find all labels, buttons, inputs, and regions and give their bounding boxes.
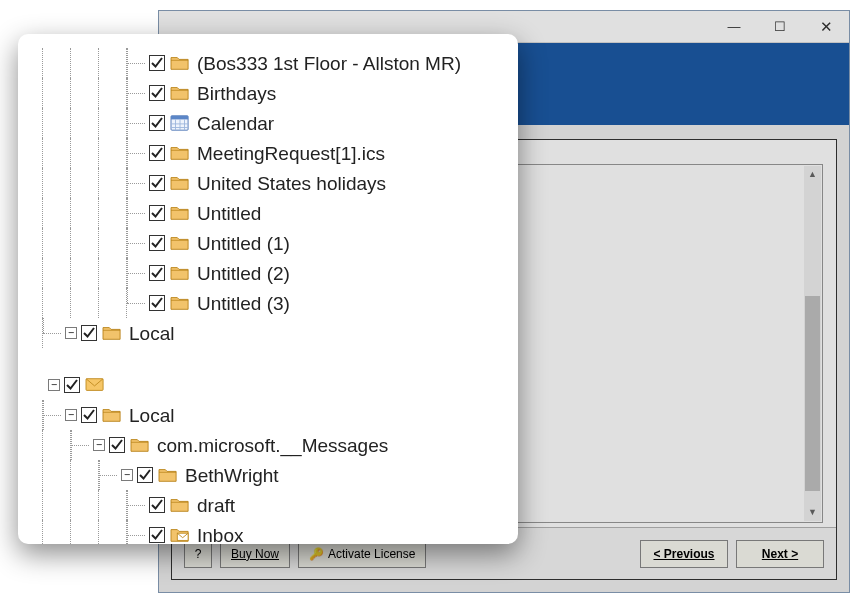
- folder-icon: [169, 496, 191, 514]
- folder-icon: [169, 84, 191, 102]
- inbox-icon: [169, 526, 191, 544]
- tree-item-label: Local: [129, 324, 174, 343]
- folder-icon: [169, 204, 191, 222]
- checkbox[interactable]: [149, 205, 165, 221]
- checkbox[interactable]: [81, 407, 97, 423]
- checkbox[interactable]: [149, 295, 165, 311]
- minimize-button[interactable]: —: [711, 11, 757, 42]
- expand-toggle[interactable]: −: [48, 379, 60, 391]
- tree-row[interactable]: (Bos333 1st Floor - Allston MR): [24, 48, 512, 78]
- calendar-icon: [169, 114, 191, 132]
- tree-item-label: BethWright: [185, 466, 279, 485]
- checkbox[interactable]: [149, 145, 165, 161]
- checkbox[interactable]: [149, 115, 165, 131]
- folder-tree: (Bos333 1st Floor - Allston MR)Birthdays…: [24, 48, 512, 544]
- scroll-down-arrow-icon[interactable]: ▼: [804, 504, 821, 521]
- expand-toggle[interactable]: −: [65, 409, 77, 421]
- folder-icon: [169, 144, 191, 162]
- scroll-up-arrow-icon[interactable]: ▲: [804, 166, 821, 183]
- folder-icon: [169, 264, 191, 282]
- expand-toggle[interactable]: −: [93, 439, 105, 451]
- tree-row[interactable]: −BethWright: [24, 460, 512, 490]
- checkbox[interactable]: [149, 265, 165, 281]
- checkbox[interactable]: [64, 377, 80, 393]
- tree-row[interactable]: Untitled (3): [24, 288, 512, 318]
- tree-item-label: Untitled (2): [197, 264, 290, 283]
- folder-icon: [169, 174, 191, 192]
- tree-row[interactable]: Calendar: [24, 108, 512, 138]
- tree-row[interactable]: Inbox: [24, 520, 512, 544]
- folder-tree-panel: (Bos333 1st Floor - Allston MR)Birthdays…: [18, 34, 518, 544]
- tree-item-label: Untitled: [197, 204, 261, 223]
- tree-item-label: Local: [129, 406, 174, 425]
- tree-item-label: (Bos333 1st Floor - Allston MR): [197, 54, 461, 73]
- tree-item-label: Birthdays: [197, 84, 276, 103]
- scrollbar-track[interactable]: ▲ ▼: [804, 166, 821, 521]
- checkbox[interactable]: [81, 325, 97, 341]
- previous-button[interactable]: < Previous: [640, 540, 728, 568]
- folder-icon: [157, 466, 179, 484]
- content-pane: ▲ ▼: [501, 164, 823, 523]
- folder-icon: [101, 324, 123, 342]
- tree-item-label: draft: [197, 496, 235, 515]
- tree-item-label: United States holidays: [197, 174, 386, 193]
- next-button[interactable]: Next >: [736, 540, 824, 568]
- checkbox[interactable]: [149, 527, 165, 543]
- folder-icon: [169, 54, 191, 72]
- tree-item-label: Untitled (3): [197, 294, 290, 313]
- folder-icon: [101, 406, 123, 424]
- tree-row[interactable]: United States holidays: [24, 168, 512, 198]
- tree-row[interactable]: −Local: [24, 318, 512, 348]
- tree-item-label: Inbox: [197, 526, 243, 545]
- tree-item-label: Untitled (1): [197, 234, 290, 253]
- tree-row[interactable]: Birthdays: [24, 78, 512, 108]
- tree-row[interactable]: draft: [24, 490, 512, 520]
- maximize-button[interactable]: ☐: [757, 11, 803, 42]
- checkbox[interactable]: [149, 85, 165, 101]
- close-button[interactable]: ✕: [803, 11, 849, 42]
- tree-row[interactable]: Untitled (1): [24, 228, 512, 258]
- tree-item-label: Calendar: [197, 114, 274, 133]
- tree-row[interactable]: −com.microsoft.__Messages: [24, 430, 512, 460]
- folder-icon: [169, 294, 191, 312]
- tree-item-label: com.microsoft.__Messages: [157, 436, 388, 455]
- expand-toggle[interactable]: −: [121, 469, 133, 481]
- activate-license-label: Activate License: [328, 547, 415, 561]
- key-icon: [309, 547, 324, 561]
- checkbox[interactable]: [137, 467, 153, 483]
- checkbox[interactable]: [109, 437, 125, 453]
- expand-toggle[interactable]: −: [65, 327, 77, 339]
- tree-row[interactable]: Untitled: [24, 198, 512, 228]
- tree-item-label: MeetingRequest[1].ics: [197, 144, 385, 163]
- scrollbar-thumb[interactable]: [805, 296, 820, 491]
- mail-icon: [84, 376, 106, 394]
- checkbox[interactable]: [149, 235, 165, 251]
- tree-row[interactable]: −: [24, 370, 512, 400]
- checkbox[interactable]: [149, 175, 165, 191]
- tree-row[interactable]: MeetingRequest[1].ics: [24, 138, 512, 168]
- checkbox[interactable]: [149, 55, 165, 71]
- checkbox[interactable]: [149, 497, 165, 513]
- folder-icon: [169, 234, 191, 252]
- folder-icon: [129, 436, 151, 454]
- tree-row[interactable]: −Local: [24, 400, 512, 430]
- tree-row[interactable]: Untitled (2): [24, 258, 512, 288]
